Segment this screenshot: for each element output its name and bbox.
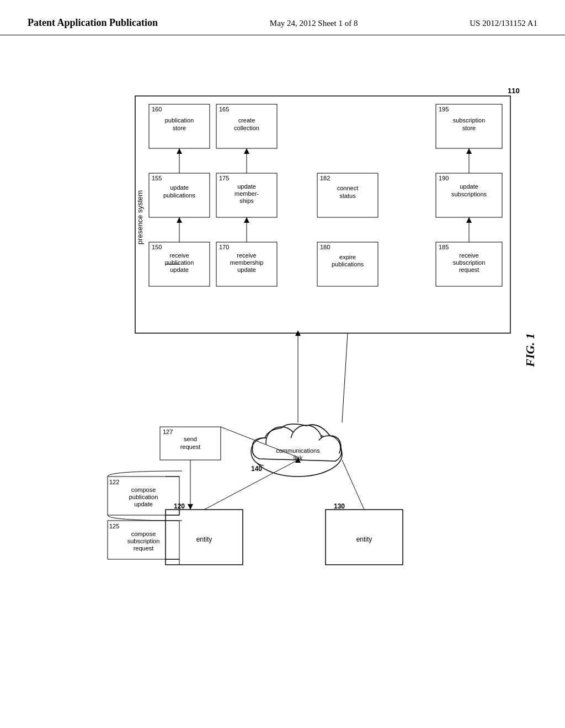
svg-text:collection: collection bbox=[234, 125, 259, 131]
svg-text:127: 127 bbox=[163, 429, 173, 435]
svg-text:130: 130 bbox=[334, 502, 345, 510]
svg-rect-0 bbox=[135, 96, 510, 333]
svg-text:send: send bbox=[184, 436, 197, 442]
svg-text:update: update bbox=[460, 183, 478, 190]
svg-text:182: 182 bbox=[320, 175, 330, 181]
svg-marker-106 bbox=[188, 504, 193, 510]
svg-text:125: 125 bbox=[109, 523, 119, 529]
svg-text:store: store bbox=[462, 125, 476, 131]
svg-text:190: 190 bbox=[439, 175, 449, 181]
figure-label: FIG. 1 bbox=[523, 333, 537, 367]
publication-title: Patent Application Publication bbox=[28, 17, 158, 29]
svg-text:140: 140 bbox=[251, 465, 262, 473]
svg-text:compose: compose bbox=[131, 531, 156, 537]
patent-number: US 2012/131152 A1 bbox=[470, 17, 537, 28]
svg-line-87 bbox=[342, 460, 364, 510]
svg-text:subscriptions: subscriptions bbox=[451, 191, 487, 197]
diagram-area: presence system 110 160 publication stor… bbox=[0, 41, 565, 703]
svg-text:ships: ships bbox=[239, 197, 254, 204]
svg-text:180: 180 bbox=[320, 244, 330, 250]
page-header: Patent Application Publication May 24, 2… bbox=[0, 0, 565, 35]
svg-text:publication: publication bbox=[165, 259, 194, 266]
svg-marker-94 bbox=[244, 217, 249, 223]
svg-text:entity: entity bbox=[356, 536, 372, 543]
svg-text:195: 195 bbox=[439, 106, 449, 113]
svg-text:store: store bbox=[173, 125, 186, 131]
svg-text:150: 150 bbox=[152, 244, 162, 250]
svg-marker-100 bbox=[466, 148, 472, 154]
svg-text:update: update bbox=[237, 266, 256, 273]
svg-text:publication: publication bbox=[165, 117, 194, 124]
svg-text:155: 155 bbox=[152, 175, 162, 181]
svg-text:membership: membership bbox=[230, 259, 264, 266]
svg-text:175: 175 bbox=[219, 175, 229, 181]
svg-marker-98 bbox=[466, 217, 472, 223]
svg-text:185: 185 bbox=[439, 244, 449, 250]
svg-text:subscription: subscription bbox=[453, 117, 486, 124]
svg-text:communications: communications bbox=[276, 447, 320, 454]
svg-text:receive: receive bbox=[237, 252, 256, 259]
svg-text:publication: publication bbox=[129, 494, 158, 500]
svg-text:160: 160 bbox=[152, 106, 162, 113]
svg-text:110: 110 bbox=[508, 87, 520, 95]
svg-text:subscription: subscription bbox=[127, 538, 160, 544]
svg-text:update: update bbox=[134, 501, 153, 507]
svg-text:create: create bbox=[238, 117, 255, 124]
svg-marker-90 bbox=[177, 217, 182, 223]
svg-marker-92 bbox=[177, 148, 182, 154]
svg-text:request: request bbox=[180, 443, 201, 450]
svg-text:compose: compose bbox=[131, 486, 156, 493]
svg-text:170: 170 bbox=[219, 244, 229, 250]
svg-text:entity: entity bbox=[196, 536, 212, 543]
svg-text:update: update bbox=[237, 183, 256, 190]
svg-text:member-: member- bbox=[234, 190, 259, 197]
svg-text:expire: expire bbox=[339, 254, 356, 260]
sheet-info: May 24, 2012 Sheet 1 of 8 bbox=[270, 17, 358, 28]
svg-text:presence system: presence system bbox=[136, 190, 144, 244]
svg-text:122: 122 bbox=[109, 479, 119, 485]
svg-text:request: request bbox=[459, 266, 479, 273]
svg-text:request: request bbox=[134, 545, 154, 552]
svg-text:receive: receive bbox=[459, 252, 478, 259]
svg-marker-96 bbox=[244, 148, 249, 154]
svg-text:update: update bbox=[170, 184, 189, 191]
svg-text:subscription: subscription bbox=[453, 259, 486, 266]
patent-diagram: presence system 110 160 publication stor… bbox=[0, 41, 565, 703]
svg-text:receive: receive bbox=[169, 252, 189, 259]
svg-text:connect: connect bbox=[337, 185, 359, 191]
svg-text:publications: publications bbox=[163, 192, 196, 199]
svg-text:update: update bbox=[170, 266, 189, 273]
svg-text:publications: publications bbox=[332, 261, 364, 267]
svg-text:165: 165 bbox=[219, 106, 229, 113]
svg-line-88 bbox=[342, 333, 348, 422]
svg-text:status: status bbox=[339, 192, 356, 199]
